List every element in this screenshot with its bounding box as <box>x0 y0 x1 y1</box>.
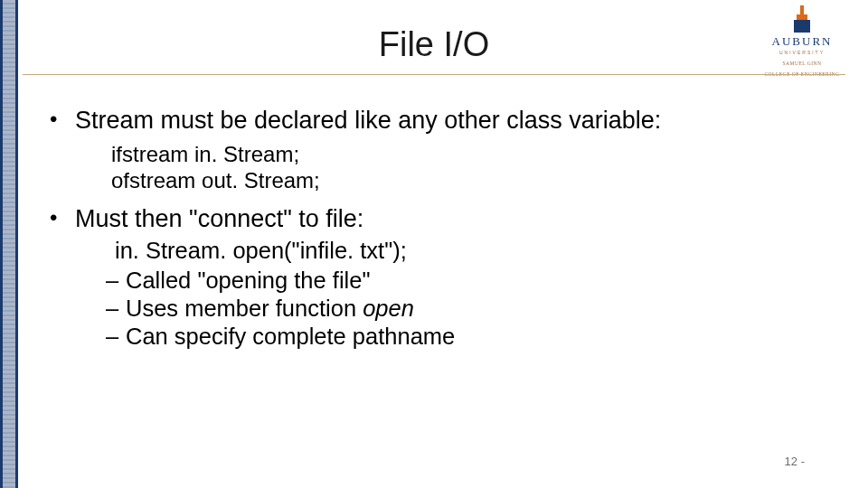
code-line: ifstream in. Stream; <box>111 142 827 168</box>
code-line: ofstream out. Stream; <box>111 168 827 194</box>
bullet-marker: • <box>50 205 75 233</box>
sub-bullet-2-text: Uses member function open <box>126 295 414 323</box>
code-block-1: ifstream in. Stream; ofstream out. Strea… <box>111 142 827 194</box>
logo-text-main: AUBURN <box>752 34 852 49</box>
slide-title: File I/O <box>0 25 868 64</box>
bullet-2: • Must then "connect" to file: <box>50 205 827 233</box>
dash-marker: – <box>106 323 126 351</box>
bullet-1-text: Stream must be declared like any other c… <box>75 107 661 135</box>
slide-body: • Stream must be declared like any other… <box>50 107 827 351</box>
page-number: 12 - <box>785 455 805 468</box>
sub-bullet-2: – Uses member function open <box>106 295 827 323</box>
tower-icon <box>794 5 810 33</box>
title-divider <box>23 74 845 75</box>
decorative-left-strip <box>0 0 18 488</box>
sub-block: in. Stream. open("infile. txt"); – Calle… <box>106 237 827 351</box>
code-line: in. Stream. open("infile. txt"); <box>115 237 827 265</box>
sub-bullet-1: – Called "opening the file" <box>106 267 827 295</box>
auburn-logo: AUBURN UNIVERSITY SAMUEL GINN COLLEGE OF… <box>752 5 852 77</box>
bullet-1: • Stream must be declared like any other… <box>50 107 827 135</box>
dash-marker: – <box>106 267 126 295</box>
logo-text-sub2: SAMUEL GINN <box>752 61 852 66</box>
dash-marker: – <box>106 295 126 323</box>
sub-bullet-1-text: Called "opening the file" <box>126 267 370 295</box>
bullet-2-text: Must then "connect" to file: <box>75 205 363 233</box>
sub-bullet-3: – Can specify complete pathname <box>106 323 827 351</box>
sub-bullet-3-text: Can specify complete pathname <box>126 323 455 351</box>
bullet-marker: • <box>50 107 75 135</box>
logo-text-sub1: UNIVERSITY <box>752 50 852 55</box>
